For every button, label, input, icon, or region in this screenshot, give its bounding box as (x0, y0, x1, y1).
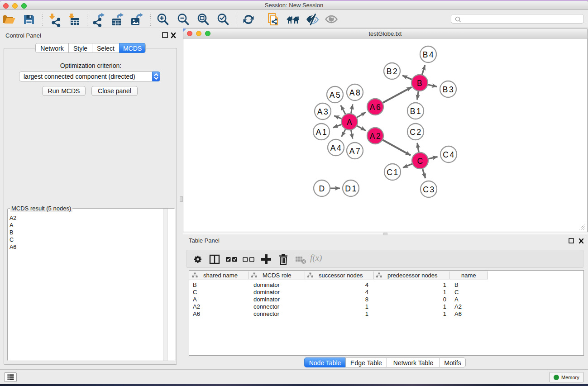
svg-text:A1: A1 (316, 128, 328, 137)
svg-text:D1: D1 (345, 184, 358, 193)
svg-text:A8: A8 (349, 88, 362, 97)
svg-text:A5: A5 (330, 91, 342, 100)
svg-text:B1: B1 (410, 107, 422, 116)
svg-text:C: C (417, 157, 424, 166)
svg-text:B2: B2 (387, 67, 399, 76)
svg-text:A: A (347, 118, 353, 127)
svg-text:A7: A7 (349, 147, 362, 156)
svg-text:B3: B3 (443, 85, 455, 94)
svg-text:C4: C4 (443, 150, 455, 159)
svg-text:B4: B4 (423, 50, 435, 59)
svg-text:C1: C1 (387, 168, 399, 177)
svg-text:A3: A3 (317, 107, 330, 116)
svg-text:C3: C3 (423, 185, 435, 194)
svg-text:A2: A2 (370, 132, 382, 141)
svg-text:A6: A6 (370, 103, 382, 112)
svg-text:C2: C2 (410, 128, 422, 137)
svg-text:D: D (319, 184, 325, 193)
svg-text:A4: A4 (330, 143, 343, 152)
svg-text:B: B (417, 79, 423, 88)
